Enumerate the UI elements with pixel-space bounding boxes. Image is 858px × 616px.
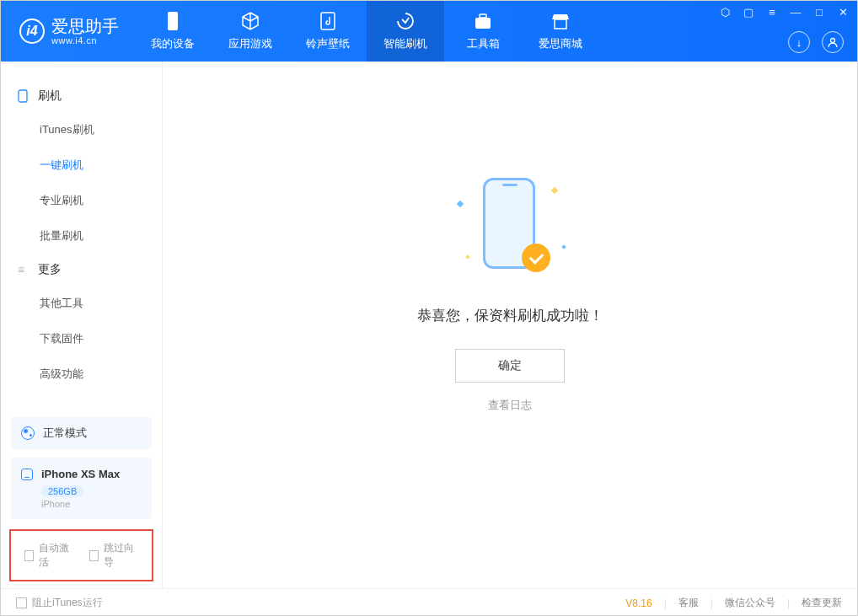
section-flash-title: 刷机 — [1, 80, 162, 112]
shirt-icon[interactable]: ⬡ — [717, 6, 732, 19]
app-url: www.i4.cn — [51, 35, 119, 46]
menu-icon[interactable]: ≡ — [764, 6, 780, 19]
sidebar-item-batch-flash[interactable]: 批量刷机 — [1, 218, 162, 254]
flash-options-row: 自动激活 跳过向导 — [9, 529, 153, 581]
footer-link-update[interactable]: 检查更新 — [802, 596, 842, 610]
list-icon: ≡ — [18, 263, 29, 276]
close-button[interactable]: ✕ — [835, 6, 850, 19]
tab-apps-games[interactable]: 应用游戏 — [212, 1, 289, 62]
footer-link-wechat[interactable]: 微信公众号 — [725, 596, 775, 610]
checkbox-auto-activate[interactable]: 自动激活 — [24, 541, 74, 570]
app-name: 爱思助手 — [51, 17, 119, 35]
app-logo-icon: i4 — [19, 19, 45, 44]
tab-label: 工具箱 — [467, 36, 500, 51]
divider: | — [664, 597, 667, 609]
lock-icon[interactable]: ▢ — [741, 6, 756, 19]
account-button[interactable] — [822, 31, 844, 53]
sidebar-item-advanced[interactable]: 高级功能 — [1, 356, 162, 392]
checkbox-icon — [24, 550, 34, 561]
header-bar: i4 爱思助手 www.i4.cn 我的设备 应用游戏 铃声壁纸 智能刷机 工具… — [1, 1, 857, 62]
version-label: V8.16 — [625, 597, 652, 609]
checkbox-label: 阻止iTunes运行 — [32, 596, 103, 610]
ok-button[interactable]: 确定 — [455, 349, 565, 383]
checkbox-label: 跳过向导 — [104, 541, 138, 570]
device-name: iPhone XS Max — [41, 468, 120, 480]
section-label: 刷机 — [38, 88, 62, 104]
tab-my-device[interactable]: 我的设备 — [134, 1, 212, 62]
checkbox-block-itunes[interactable]: 阻止iTunes运行 — [16, 596, 103, 610]
footer-bar: 阻止iTunes运行 V8.16 | 客服 | 微信公众号 | 检查更新 — [1, 588, 857, 616]
footer-right: V8.16 | 客服 | 微信公众号 | 检查更新 — [625, 596, 842, 610]
sidebar-item-other-tools[interactable]: 其他工具 — [1, 286, 162, 321]
cube-icon — [240, 11, 260, 31]
sidebar-item-download-firmware[interactable]: 下载固件 — [1, 321, 162, 356]
refresh-shield-icon — [395, 11, 416, 31]
section-more-title: ≡ 更多 — [1, 254, 162, 286]
sidebar-item-oneclick-flash[interactable]: 一键刷机 — [1, 147, 162, 183]
device-small-icon — [21, 469, 33, 480]
maximize-button[interactable]: □ — [812, 6, 827, 19]
checkbox-label: 自动激活 — [39, 541, 73, 570]
svg-rect-3 — [480, 14, 486, 18]
device-info-box[interactable]: iPhone XS Max 256GB iPhone — [11, 458, 152, 519]
toolbox-icon — [473, 11, 493, 31]
sparkle-icon — [561, 244, 566, 249]
device-type: iPhone — [41, 499, 70, 509]
success-message: 恭喜您，保资料刷机成功啦！ — [417, 306, 603, 325]
device-icon — [163, 11, 183, 31]
svg-rect-2 — [475, 18, 491, 29]
logo-area[interactable]: i4 爱思助手 www.i4.cn — [1, 17, 134, 46]
tab-smart-flash[interactable]: 智能刷机 — [367, 1, 444, 62]
check-badge-icon — [522, 244, 550, 272]
body-area: 刷机 iTunes刷机 一键刷机 专业刷机 批量刷机 ≡ 更多 其他工具 下载固… — [1, 62, 857, 588]
success-illustration — [451, 169, 569, 287]
section-label: 更多 — [38, 262, 62, 277]
main-content: 恭喜您，保资料刷机成功啦！ 确定 查看日志 — [163, 62, 857, 588]
footer-link-support[interactable]: 客服 — [678, 596, 699, 610]
tab-label: 铃声壁纸 — [306, 36, 350, 51]
mode-label: 正常模式 — [43, 426, 87, 441]
minimize-button[interactable]: — — [788, 6, 803, 19]
device-capacity-badge: 256GB — [41, 485, 83, 497]
store-icon — [550, 11, 571, 31]
tab-toolbox[interactable]: 工具箱 — [444, 1, 522, 62]
tab-store[interactable]: 爱思商城 — [522, 1, 599, 62]
device-mode-box[interactable]: 正常模式 — [11, 417, 152, 449]
checkbox-icon — [16, 597, 27, 608]
checkbox-skip-guide[interactable]: 跳过向导 — [89, 541, 139, 570]
tab-label: 我的设备 — [151, 36, 195, 51]
sidebar: 刷机 iTunes刷机 一键刷机 专业刷机 批量刷机 ≡ 更多 其他工具 下载固… — [1, 62, 163, 588]
tab-ringtones-wallpapers[interactable]: 铃声壁纸 — [289, 1, 367, 62]
music-file-icon — [318, 11, 338, 31]
divider: | — [787, 597, 790, 609]
tab-label: 应用游戏 — [228, 36, 272, 51]
sparkle-icon — [465, 254, 470, 260]
mode-icon — [21, 426, 35, 440]
tab-label: 智能刷机 — [383, 36, 427, 51]
window-controls: ⬡ ▢ ≡ — □ ✕ — [717, 6, 850, 19]
nav-tabs: 我的设备 应用游戏 铃声壁纸 智能刷机 工具箱 爱思商城 — [134, 1, 599, 62]
divider: | — [711, 597, 713, 609]
sidebar-item-pro-flash[interactable]: 专业刷机 — [1, 183, 162, 218]
header-actions: ↓ — [788, 31, 844, 53]
svg-rect-0 — [168, 12, 178, 30]
svg-rect-6 — [19, 90, 27, 102]
svg-rect-4 — [555, 19, 566, 29]
sparkle-icon — [457, 201, 464, 207]
device-panel: 正常模式 iPhone XS Max 256GB iPhone — [1, 409, 162, 529]
svg-point-5 — [831, 39, 835, 43]
download-button[interactable]: ↓ — [788, 31, 810, 53]
sparkle-icon — [551, 187, 558, 194]
sidebar-item-itunes-flash[interactable]: iTunes刷机 — [1, 112, 162, 147]
phone-icon — [18, 89, 29, 103]
checkbox-icon — [89, 550, 99, 561]
view-log-link[interactable]: 查看日志 — [488, 398, 532, 413]
tab-label: 爱思商城 — [539, 36, 582, 51]
